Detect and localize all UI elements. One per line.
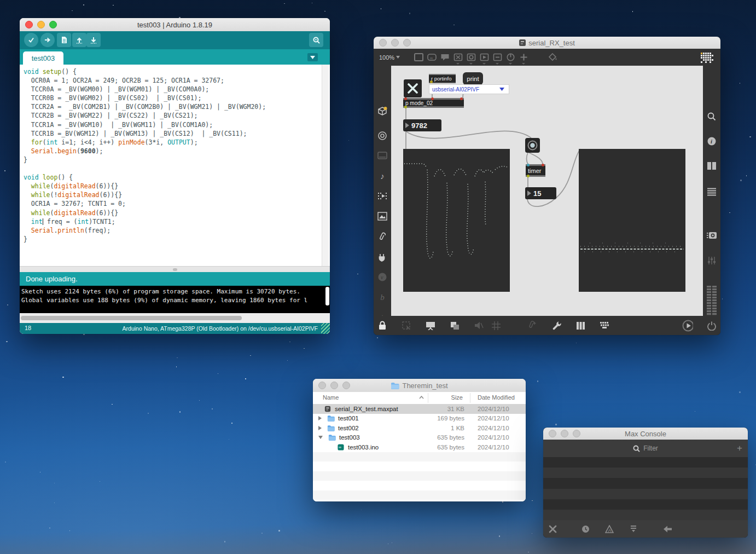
snapshot-camera-icon[interactable]	[706, 230, 717, 241]
grid-view-button[interactable]	[701, 53, 714, 62]
minimize-button[interactable]	[561, 430, 568, 437]
new-comment-button[interactable]	[440, 53, 450, 62]
audio-mute-icon[interactable]	[473, 320, 484, 331]
file-row-serial_RX_test.maxpat[interactable]: serial_RX_test.maxpat31 KB2024/12/10	[313, 404, 526, 414]
column-name[interactable]: Name	[323, 394, 339, 401]
save-sketch-button[interactable]	[86, 33, 101, 47]
piano-keys-icon[interactable]	[575, 320, 586, 331]
new-playbar-button[interactable]	[480, 53, 489, 62]
new-dial-button[interactable]	[506, 53, 515, 62]
audio-on-icon[interactable]	[682, 320, 693, 331]
minimize-button[interactable]	[330, 382, 338, 389]
back-arrow-icon[interactable]	[662, 524, 672, 534]
editor-scrollbar[interactable]	[322, 65, 329, 266]
new-object-button[interactable]	[414, 53, 423, 62]
build-console[interactable]: Sketch uses 2124 bytes (6%) of program s…	[20, 286, 330, 313]
power-icon[interactable]	[706, 320, 717, 331]
inspector-info-icon[interactable]: i	[706, 136, 717, 147]
show-errors-icon[interactable]: A	[604, 524, 614, 534]
console-scrollbar[interactable]	[325, 287, 329, 305]
tab-test003[interactable]: test003	[23, 51, 63, 65]
select-mode-icon[interactable]	[401, 320, 412, 331]
patcher-canvas[interactable]: r portinfo print usbserial-AI02PIVF p mo…	[391, 66, 703, 316]
receive-object[interactable]: r portinfo	[429, 74, 456, 83]
zoom-button[interactable]	[403, 39, 411, 47]
mixer-sliders-icon[interactable]	[706, 255, 717, 266]
bang-button-object[interactable]	[525, 138, 540, 153]
minimize-button[interactable]	[391, 39, 399, 47]
autoscroll-icon[interactable]	[629, 524, 638, 534]
file-row-test003.ino[interactable]: ∞test003.ino635 bytes2024/12/10	[313, 442, 526, 452]
layers-icon[interactable]	[449, 320, 460, 331]
new-toggle-button[interactable]	[453, 53, 463, 62]
zoom-control[interactable]: 100%	[379, 54, 400, 61]
paperclip-icon[interactable]	[377, 232, 388, 243]
zoom-button[interactable]	[342, 382, 350, 389]
new-sketch-button[interactable]	[57, 33, 71, 47]
audio-files-icon[interactable]: ♪	[377, 170, 388, 181]
close-button[interactable]	[25, 21, 33, 28]
resize-grip[interactable]	[321, 323, 330, 334]
clear-console-icon[interactable]	[548, 524, 557, 534]
filter-bar[interactable]: Filter	[543, 440, 748, 457]
new-message-button[interactable]: m	[427, 53, 437, 62]
lock-icon[interactable]	[377, 320, 388, 331]
list-view-icon[interactable]	[706, 186, 717, 197]
timestamp-clock-icon[interactable]	[580, 524, 590, 534]
vizzie-icon[interactable]: v	[377, 272, 388, 282]
key-matrix-icon[interactable]	[599, 320, 610, 331]
close-button[interactable]	[549, 430, 556, 437]
hscroll-thumb[interactable]	[21, 316, 242, 320]
open-sketch-button[interactable]	[72, 33, 86, 47]
close-button[interactable]	[318, 382, 326, 389]
paint-bucket-button[interactable]	[548, 53, 557, 62]
code-editor[interactable]: void setup() { OCR0A = 1; OCR2A = 249; O…	[20, 65, 330, 266]
print-object[interactable]: print	[463, 72, 483, 85]
scope-display-right[interactable]	[579, 149, 685, 292]
clip-record-icon[interactable]	[527, 320, 538, 331]
number-box-bottom[interactable]: 15	[525, 187, 556, 199]
plug-icon[interactable]	[377, 252, 388, 263]
column-size[interactable]: Size	[451, 394, 463, 401]
presentation-mode-icon[interactable]	[425, 320, 436, 331]
column-date[interactable]: Date Modified	[478, 394, 515, 401]
split-view-icon[interactable]	[706, 160, 717, 171]
finder-titlebar[interactable]: Theremin_test	[313, 379, 526, 393]
add-object-button[interactable]	[519, 53, 528, 62]
number-box-top[interactable]: 9782	[403, 119, 441, 131]
disclosure-down-icon[interactable]	[318, 436, 323, 439]
verify-button[interactable]	[24, 33, 38, 47]
zoom-button[interactable]	[573, 430, 580, 437]
serial-monitor-button[interactable]	[309, 33, 323, 47]
disclosure-right-icon[interactable]	[318, 416, 322, 420]
add-filter-button[interactable]: +	[737, 440, 742, 457]
subpatcher-object[interactable]: p mode_02	[403, 98, 464, 108]
object-browser-icon[interactable]	[377, 106, 388, 117]
max-titlebar[interactable]: serial_RX_test	[374, 37, 720, 49]
grid-snap-icon[interactable]	[491, 320, 502, 331]
audio-status-icon[interactable]	[377, 130, 388, 141]
wrench-icon[interactable]	[551, 320, 562, 331]
new-button-button[interactable]	[467, 53, 476, 62]
arduino-titlebar[interactable]: test003 | Arduino 1.8.19	[20, 18, 330, 32]
zoom-button[interactable]	[49, 21, 57, 28]
console-panel-icon[interactable]	[377, 150, 388, 161]
disclosure-right-icon[interactable]	[318, 426, 322, 430]
file-row-test002[interactable]: test0021 KB2024/12/10	[313, 423, 526, 433]
close-button[interactable]	[379, 39, 387, 47]
snippets-image-icon[interactable]	[377, 211, 388, 222]
minimize-button[interactable]	[37, 21, 45, 28]
upload-button[interactable]	[40, 33, 55, 47]
scope-display-left[interactable]	[403, 149, 510, 292]
beap-icon[interactable]: b	[377, 292, 388, 303]
tab-menu-button[interactable]	[307, 53, 318, 61]
console-hscrollbar[interactable]	[20, 313, 330, 323]
port-menu[interactable]: usbserial-AI02PIVF	[429, 84, 509, 94]
new-number-button[interactable]	[493, 53, 502, 62]
timer-object[interactable]: timer	[526, 164, 545, 177]
toggle-object[interactable]	[404, 79, 422, 97]
console-log-area[interactable]	[543, 457, 748, 520]
code-text[interactable]: void setup() { OCR0A = 1; OCR2A = 249; O…	[24, 67, 266, 244]
file-row-test001[interactable]: test001169 bytes2024/12/10	[313, 414, 526, 424]
search-icon[interactable]	[706, 111, 717, 122]
